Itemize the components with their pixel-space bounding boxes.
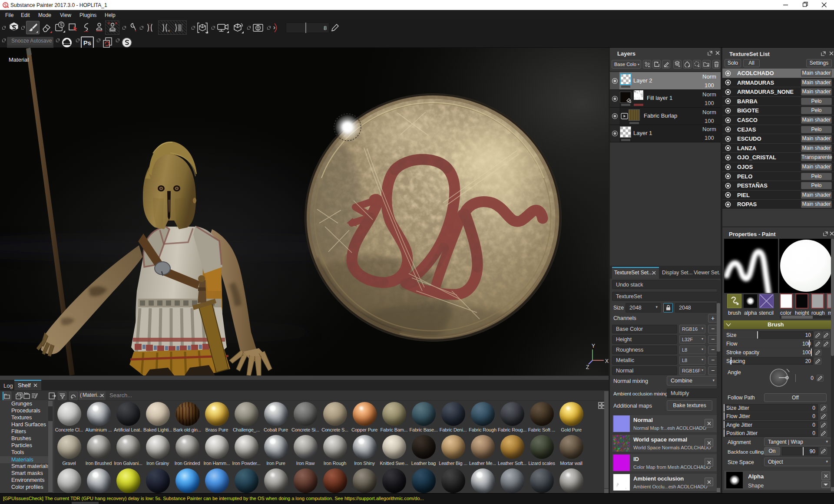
svg-text:X: X bbox=[605, 358, 609, 364]
svg-text:Z: Z bbox=[586, 364, 589, 370]
svg-text:Y: Y bbox=[592, 343, 595, 349]
svg-text:x: x bbox=[168, 29, 170, 33]
